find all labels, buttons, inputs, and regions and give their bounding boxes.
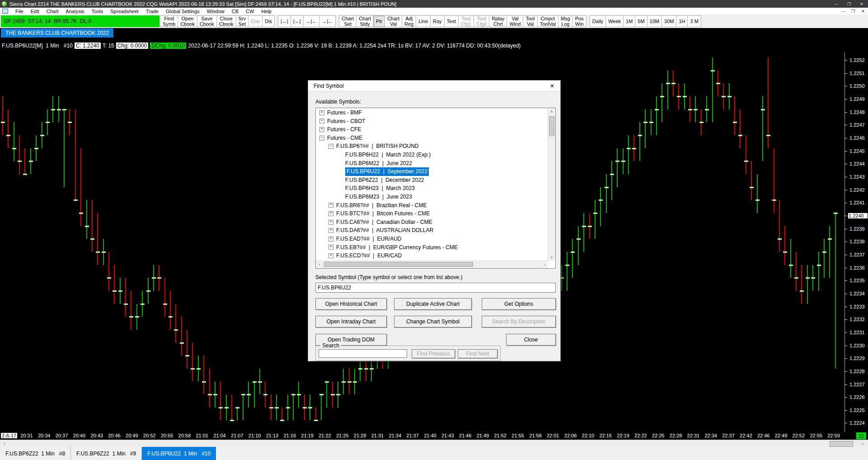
restore-icon[interactable]: ❐ (843, 0, 855, 8)
menu-item-spreadsheet[interactable]: Spreadsheet (107, 9, 142, 14)
tree-item[interactable]: +F.US.BTC?## | Bitcoin Futures - CME (316, 209, 548, 218)
duplicate-active-chart-button[interactable]: Duplicate Active Chart (394, 298, 472, 310)
get-options-button[interactable]: Get Options (482, 298, 556, 310)
close-chartbook-button[interactable]: Close Cbook (216, 15, 236, 27)
expand-icon[interactable]: + (319, 119, 324, 123)
collapse-icon[interactable]: − (328, 144, 333, 149)
tree-vertical-scrollbar[interactable]: ˄ ˅ (548, 108, 555, 261)
scroll-up-arrow-icon[interactable]: ˄ (548, 108, 555, 115)
tree-item[interactable]: +F.US.BR6?## | Brazilian Real - CME (316, 201, 548, 210)
menu-item-file[interactable]: File (12, 9, 27, 14)
chart-tab-1[interactable]: F.US.BP6Z22 1 Min #8 (0, 447, 71, 460)
timeframe-30m-button[interactable]: 30M (662, 15, 676, 27)
open-historical-chart-button[interactable]: Open Historical Chart (315, 298, 387, 310)
tree-item[interactable]: +Futures - CFE (316, 125, 548, 134)
tree-item[interactable]: +F.US.EB?## | EUR/GBP Currency Futures -… (316, 243, 548, 252)
scroll-right-arrow-icon[interactable]: › (859, 440, 866, 447)
open-chartbook-button[interactable]: Open Cbook (178, 15, 197, 27)
scrollbar-thumb[interactable] (549, 116, 554, 136)
scroll-left-arrow-icon[interactable]: ‹ (1, 440, 8, 447)
menu-item-cb[interactable]: CB (228, 9, 242, 14)
find-next-button[interactable]: Find Next (458, 349, 497, 358)
tree-item[interactable]: +F.US.EAD?## | EUR/AUD (316, 235, 548, 243)
tree-horizontal-scrollbar[interactable]: ‹ › (316, 261, 548, 268)
tree-item[interactable]: +F.US.CA6?## | Canadian Dollar - CME (316, 218, 548, 227)
tree-item[interactable]: +F.US.ECD?## | EUR/CAD (316, 251, 548, 260)
scroll-left-arrow-icon[interactable]: ‹ (316, 261, 323, 268)
menu-item-edit[interactable]: Edit (27, 9, 43, 14)
close-icon[interactable]: ✕ (544, 81, 560, 91)
menu-item-help[interactable]: Help (258, 9, 275, 14)
expand-icon[interactable]: + (319, 127, 324, 132)
expand-icon[interactable]: + (328, 237, 333, 242)
child-minimize-icon[interactable]: — (838, 9, 848, 14)
chart-study-button[interactable]: Chart Stdy (356, 15, 374, 27)
tree-item[interactable]: −Futures - CME (316, 134, 548, 142)
close-icon[interactable]: ✕ (855, 0, 868, 8)
expand-icon[interactable]: + (319, 110, 324, 115)
dialog-title-bar[interactable]: Find Symbol ✕ (308, 81, 560, 91)
disconnect-button[interactable]: Dis (262, 15, 275, 27)
expand-icon[interactable]: + (328, 253, 333, 258)
position-window-button[interactable]: Pos Win (572, 15, 586, 27)
scrollbar-thumb[interactable] (324, 262, 473, 267)
ray-tool-button[interactable]: Ray (430, 15, 445, 27)
find-symbol-button[interactable]: Find Symb (160, 15, 178, 27)
bar-spacing-decrease-icon[interactable]: |↔| (278, 15, 291, 27)
time-axis[interactable]: 12 2-6-1720:3120:3420:3720:4020:4320:462… (0, 432, 868, 440)
search-input[interactable] (319, 349, 407, 358)
chart-values-button[interactable]: Chart Val (385, 15, 402, 27)
tree-item[interactable]: F.US.BP6U22 | September 2022 (316, 167, 548, 176)
find-previous-button[interactable]: Find Previous (412, 349, 455, 358)
tree-item[interactable]: +F.US.DA6?## | AUSTRALIAN DOLLAR (316, 226, 548, 235)
timeframe-3month-button[interactable]: 3 M (687, 15, 701, 27)
tree-item[interactable]: +Futures - BMF (316, 109, 548, 117)
values-window-button[interactable]: Val Wind (507, 15, 523, 27)
timeframe-10m-button[interactable]: 10M (647, 15, 662, 27)
tool-config2-button[interactable]: Tool Cfg2 (474, 15, 489, 27)
minimize-icon[interactable]: — (830, 0, 843, 8)
tool-values-button[interactable]: Tool Val (523, 15, 537, 27)
server-settings-button[interactable]: Srv Set (236, 15, 249, 27)
chart-tab-2[interactable]: F.US.BP6Z22 1 Min #9 (71, 447, 142, 460)
text-tool-button[interactable]: Text (444, 15, 459, 27)
adjust-region-button[interactable]: Adj Reg (402, 15, 416, 27)
scroll-right-arrow-icon[interactable]: › (541, 261, 548, 268)
scroll-down-arrow-icon[interactable]: ˅ (548, 254, 555, 261)
menu-item-trade[interactable]: Trade (142, 9, 162, 14)
menu-item-analysis[interactable]: Analysis (62, 9, 88, 14)
line-tool-button[interactable]: Line (416, 15, 431, 27)
tree-item[interactable]: F.US.BP6H23 | March 2023 (316, 184, 548, 193)
collapse-icon[interactable]: − (319, 136, 324, 141)
timeframe-5m-button[interactable]: 5M (635, 15, 647, 27)
replay-chart-button[interactable]: Rplay Chrt (489, 15, 507, 27)
expand-icon[interactable]: + (328, 211, 333, 216)
expand-icon[interactable]: + (328, 220, 333, 225)
squeeze-bars-left-icon[interactable]: →|← (303, 15, 320, 27)
chartbook-tab[interactable]: THE BANKERS CLUB CHARTBOOK 2022 (1, 28, 113, 38)
menu-item-cw[interactable]: CW (242, 9, 258, 14)
timeframe-1h-button[interactable]: 1H (676, 15, 688, 27)
timeframe-daily-button[interactable]: Daily (590, 15, 606, 27)
tree-item[interactable]: F.US.BP6M23 | June 2023 (316, 193, 548, 201)
connect-button[interactable]: Con (248, 15, 263, 27)
tree-item[interactable]: −F.US.BP6?## | BRITISH POUND (316, 142, 548, 151)
menu-item-tools[interactable]: Tools (88, 9, 107, 14)
menu-item-window[interactable]: Window (203, 9, 228, 14)
chart-settings-button[interactable]: Chart Set (339, 15, 357, 27)
open-intraday-chart-button[interactable]: Open Intraday Chart (315, 316, 387, 327)
search-by-description-button[interactable]: Search By Description (482, 316, 556, 327)
expand-icon[interactable]: + (328, 228, 333, 233)
timeframe-week-button[interactable]: Week (605, 15, 624, 27)
expand-icon[interactable]: + (328, 245, 333, 250)
chart-horizontal-scrollbar[interactable]: ‹ › (0, 440, 868, 447)
compact-tool-values-button[interactable]: Cmpct ToolVal (537, 15, 558, 27)
save-chartbook-button[interactable]: Save Cbook (197, 15, 217, 27)
expand-icon[interactable]: + (328, 203, 333, 208)
timeframe-1m-button[interactable]: 1M (623, 15, 635, 27)
change-chart-symbol-button[interactable]: Change Chart Symbol (394, 316, 472, 327)
child-restore-icon[interactable]: ❐ (848, 9, 858, 14)
close-button[interactable]: Close (506, 334, 556, 346)
menu-item-chart[interactable]: Chart (43, 9, 62, 14)
tree-item[interactable]: +Futures - CBOT (316, 117, 548, 126)
